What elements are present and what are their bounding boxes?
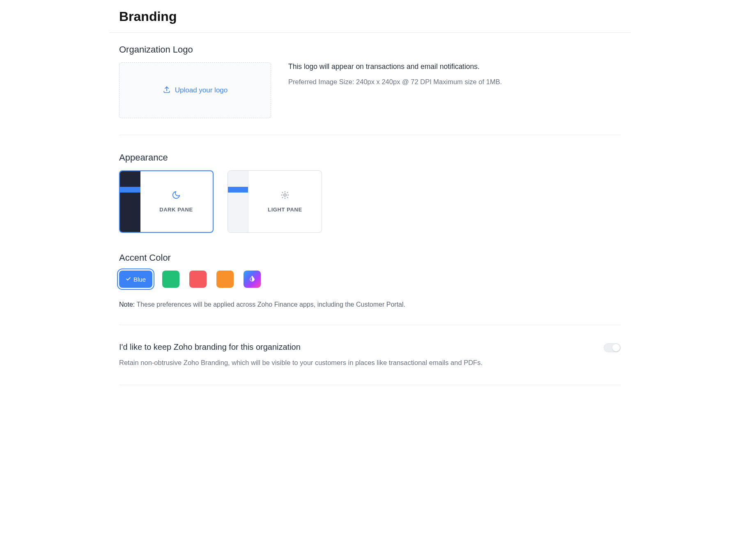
accent-note-label: Note:	[119, 301, 135, 308]
svg-point-1	[284, 194, 286, 196]
drop-icon	[248, 275, 256, 284]
accent-color-green[interactable]	[162, 271, 179, 288]
accent-color-custom[interactable]	[244, 271, 261, 288]
pane-option-dark[interactable]: DARK PANE	[119, 170, 214, 233]
logo-description-sub: Preferred Image Size: 240px x 240px @ 72…	[288, 77, 502, 87]
svg-line-9	[287, 192, 288, 193]
page-title: Branding	[119, 9, 621, 24]
accent-note-text: These preferences will be applied across…	[135, 301, 405, 308]
pane-light-sidebar-preview	[228, 171, 248, 232]
pane-dark-label: DARK PANE	[159, 207, 193, 213]
check-icon	[126, 276, 131, 283]
accent-color-blue-label: Blue	[133, 276, 146, 283]
divider	[119, 385, 621, 385]
appearance-section: Appearance DARK PANE	[109, 141, 631, 319]
upload-icon	[163, 85, 171, 96]
divider	[119, 135, 621, 135]
accent-color-blue[interactable]: Blue	[119, 271, 152, 288]
zoho-branding-title: I'd like to keep Zoho branding for this …	[119, 342, 483, 352]
svg-line-4	[282, 192, 283, 193]
logo-description-main: This logo will appear on transactions an…	[288, 62, 502, 71]
organization-logo-heading: Organization Logo	[119, 44, 621, 55]
accent-color-orange[interactable]	[216, 271, 234, 288]
pane-dark-sidebar-preview	[120, 171, 140, 232]
zoho-branding-section: I'd like to keep Zoho branding for this …	[109, 331, 631, 379]
divider	[119, 325, 621, 325]
accent-color-heading: Accent Color	[119, 252, 621, 263]
pane-option-light[interactable]: LIGHT PANE	[228, 170, 322, 233]
toggle-knob	[612, 344, 620, 351]
upload-logo-label: Upload your logo	[175, 86, 228, 94]
accent-note: Note: These preferences will be applied …	[119, 301, 621, 308]
accent-color-red[interactable]	[189, 271, 207, 288]
sun-icon	[280, 190, 290, 201]
organization-logo-section: Organization Logo Upload your logo This …	[109, 33, 631, 129]
moon-icon	[172, 190, 181, 201]
upload-logo-box[interactable]: Upload your logo	[119, 62, 271, 118]
svg-line-5	[287, 197, 288, 198]
zoho-branding-toggle[interactable]	[604, 343, 621, 352]
pane-light-label: LIGHT PANE	[268, 207, 302, 213]
svg-line-8	[282, 197, 283, 198]
appearance-heading: Appearance	[119, 152, 621, 163]
zoho-branding-description: Retain non-obtrusive Zoho Branding, whic…	[119, 358, 483, 368]
